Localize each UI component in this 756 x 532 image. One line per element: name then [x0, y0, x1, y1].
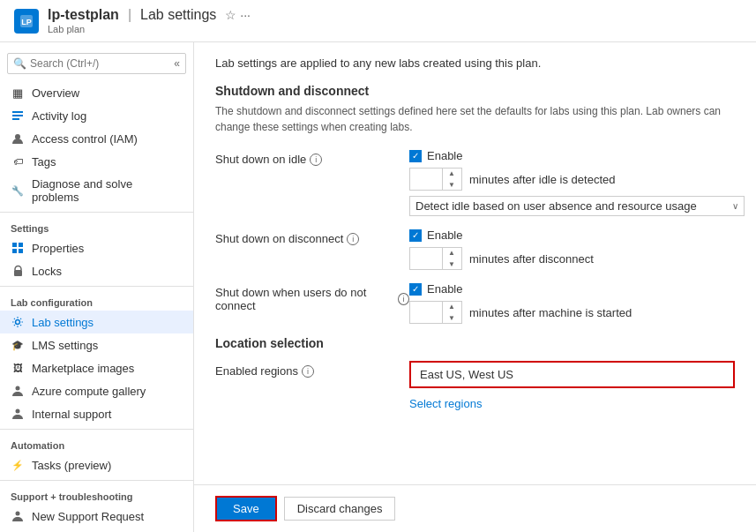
sidebar-item-tags[interactable]: 🏷 Tags: [0, 150, 193, 173]
idle-shutdown-enable-label: Enable: [427, 149, 462, 162]
sidebar-item-tasks[interactable]: ⚡ Tasks (preview): [0, 453, 193, 476]
search-icon: 🔍: [13, 57, 26, 70]
location-section: Location selection Enabled regions i Eas…: [215, 336, 735, 410]
resource-name: lp-testplan: [48, 7, 119, 23]
disconnect-minutes-down[interactable]: ▼: [443, 259, 460, 270]
select-regions-link[interactable]: Select regions: [409, 397, 735, 410]
no-connect-shutdown-enable-label: Enable: [427, 282, 462, 296]
idle-detection-dropdown-arrow: ∨: [732, 201, 738, 211]
no-connect-shutdown-info-icon[interactable]: i: [398, 293, 409, 305]
main-content: Lab settings are applied to any new labs…: [194, 42, 756, 484]
overview-icon: ▦: [11, 86, 25, 100]
breadcrumb: Lab plan: [48, 24, 251, 34]
header-title-group: lp-testplan | Lab settings ☆ ··· Lab pla…: [48, 7, 251, 34]
sidebar-item-new-support-request[interactable]: New Support Request: [0, 505, 193, 528]
idle-minutes-input[interactable]: 15: [410, 173, 442, 186]
sidebar-label-azure-compute-gallery: Azure compute gallery: [32, 385, 146, 398]
collapse-icon[interactable]: «: [174, 57, 180, 70]
svg-rect-9: [19, 249, 23, 253]
discard-button[interactable]: Discard changes: [284, 497, 396, 521]
search-input[interactable]: [30, 57, 170, 70]
idle-detection-dropdown[interactable]: Detect idle based on user absence and re…: [409, 196, 745, 216]
sidebar-item-azure-compute-gallery[interactable]: Azure compute gallery: [0, 379, 193, 402]
activity-log-icon: [11, 109, 25, 123]
svg-rect-3: [12, 115, 23, 116]
sidebar-item-activity-log[interactable]: Activity log: [0, 104, 193, 127]
locks-icon: [11, 264, 25, 278]
page-header: LP lp-testplan | Lab settings ☆ ··· Lab …: [0, 0, 756, 42]
enabled-regions-row: Enabled regions i East US, West US Selec…: [215, 361, 735, 410]
sidebar-label-marketplace-images: Marketplace images: [32, 362, 134, 375]
svg-text:LP: LP: [21, 18, 32, 26]
tasks-icon: ⚡: [11, 458, 25, 472]
no-connect-shutdown-checkbox[interactable]: ✓: [409, 283, 422, 296]
resource-icon: LP: [14, 9, 39, 34]
sidebar-item-properties[interactable]: Properties: [0, 236, 193, 259]
sidebar-item-internal-support[interactable]: Internal support: [0, 402, 193, 425]
no-connect-shutdown-enable-row: ✓ Enable: [409, 282, 735, 296]
svg-point-11: [16, 320, 20, 325]
lms-settings-icon: 🎓: [11, 338, 25, 352]
sidebar-item-lms-settings[interactable]: 🎓 LMS settings: [0, 333, 193, 356]
save-button[interactable]: Save: [215, 496, 277, 521]
sidebar-label-locks: Locks: [32, 265, 62, 278]
disconnect-shutdown-controls: ✓ Enable 0 ▲ ▼ minutes after disconnect: [409, 229, 735, 270]
favorite-icon[interactable]: ☆: [225, 8, 236, 22]
idle-minutes-down[interactable]: ▼: [443, 179, 460, 191]
idle-shutdown-label: Shut down on idle i: [215, 149, 409, 166]
idle-shutdown-checkbox[interactable]: ✓: [409, 150, 422, 162]
section-label-settings: Settings: [0, 216, 193, 236]
sidebar: 🔍 « ▦ Overview Activity log Access contr…: [0, 42, 194, 532]
idle-minutes-arrows: ▲ ▼: [442, 168, 460, 191]
svg-point-14: [16, 512, 20, 516]
disconnect-minutes-input[interactable]: 0: [410, 252, 442, 266]
sidebar-label-activity-log: Activity log: [32, 109, 86, 123]
idle-minutes-up[interactable]: ▲: [443, 168, 460, 179]
more-options-icon[interactable]: ···: [240, 8, 251, 22]
enabled-regions-label: Enabled regions i: [215, 361, 409, 378]
shutdown-section-title: Shutdown and disconnect: [215, 84, 735, 98]
footer: Save Discard changes: [194, 484, 756, 532]
sidebar-item-locks[interactable]: Locks: [0, 259, 193, 282]
idle-shutdown-info-icon[interactable]: i: [310, 154, 322, 166]
sidebar-label-diagnose: Diagnose and solve problems: [32, 177, 183, 204]
sidebar-item-access-control[interactable]: Access control (IAM): [0, 127, 193, 150]
idle-minutes-spinner[interactable]: 15 ▲ ▼: [409, 168, 462, 191]
no-connect-minutes-down[interactable]: ▼: [443, 312, 460, 324]
sidebar-item-diagnose[interactable]: 🔧 Diagnose and solve problems: [0, 173, 193, 208]
search-box[interactable]: 🔍 «: [7, 53, 186, 74]
no-connect-minutes-spinner[interactable]: 15 ▲ ▼: [409, 301, 462, 324]
azure-compute-gallery-icon: [11, 384, 25, 398]
marketplace-images-icon: 🖼: [11, 361, 25, 375]
idle-shutdown-enable-row: ✓ Enable: [409, 149, 745, 162]
disconnect-shutdown-checkbox[interactable]: ✓: [409, 229, 422, 242]
disconnect-shutdown-info-icon[interactable]: i: [347, 233, 359, 245]
section-label-automation: Automation: [0, 433, 193, 453]
no-connect-minutes-up[interactable]: ▲: [443, 301, 460, 312]
disconnect-minutes-spinner[interactable]: 0 ▲ ▼: [409, 247, 462, 270]
sidebar-label-tasks: Tasks (preview): [32, 459, 111, 472]
content-intro: Lab settings are applied to any new labs…: [215, 56, 735, 70]
svg-rect-6: [12, 243, 17, 247]
lab-settings-icon: [11, 315, 25, 329]
section-label-support-troubleshooting: Support + troubleshooting: [0, 484, 193, 505]
disconnect-shutdown-enable-row: ✓ Enable: [409, 229, 735, 242]
enabled-regions-info-icon[interactable]: i: [302, 365, 314, 378]
sidebar-item-lab-settings[interactable]: Lab settings: [0, 311, 193, 333]
disconnect-minutes-up[interactable]: ▲: [443, 247, 460, 259]
disconnect-minutes-row: 0 ▲ ▼ minutes after disconnect: [409, 247, 735, 270]
enabled-regions-value: East US, West US: [409, 361, 735, 388]
no-connect-minutes-row: 15 ▲ ▼ minutes after machine is started: [409, 301, 735, 324]
sidebar-item-marketplace-images[interactable]: 🖼 Marketplace images: [0, 356, 193, 379]
diagnose-icon: 🔧: [11, 184, 25, 198]
location-section-title: Location selection: [215, 336, 735, 350]
sidebar-label-lab-settings: Lab settings: [32, 316, 94, 329]
disconnect-shutdown-label: Shut down on disconnect i: [215, 229, 409, 245]
sidebar-item-overview[interactable]: ▦ Overview: [0, 81, 193, 104]
idle-minutes-unit: minutes after idle is detected: [469, 173, 615, 186]
idle-shutdown-row: Shut down on idle i ✓ Enable 15 ▲ ▼: [215, 149, 735, 216]
sidebar-label-access-control: Access control (IAM): [32, 132, 138, 146]
no-connect-minutes-input[interactable]: 15: [410, 306, 442, 319]
disconnect-shutdown-enable-label: Enable: [427, 229, 462, 242]
shutdown-section-description: The shutdown and disconnect settings def…: [215, 103, 735, 135]
